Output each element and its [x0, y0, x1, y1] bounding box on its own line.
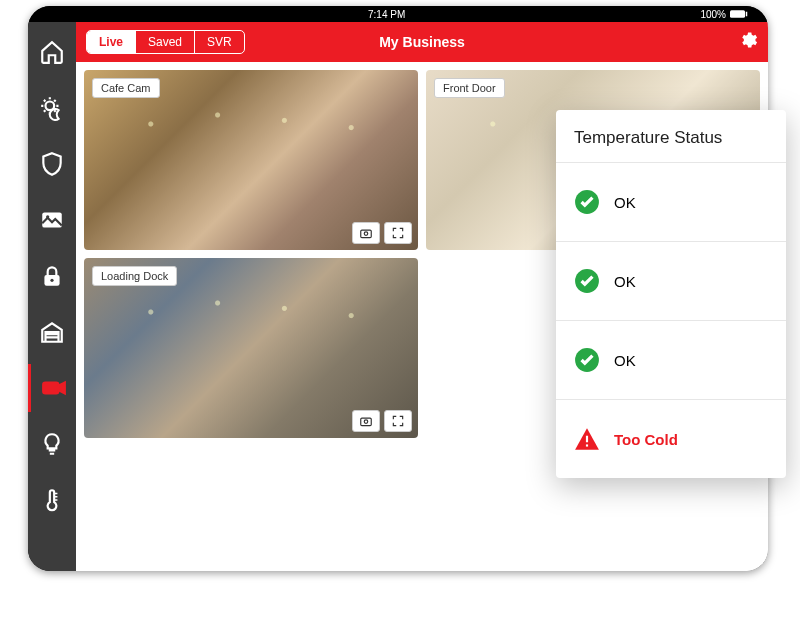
alert-triangle-icon	[574, 426, 600, 452]
sidebar-item-video[interactable]	[28, 364, 76, 412]
svg-point-4	[46, 215, 49, 218]
temperature-panel: Temperature Status OK OK OK Too Cold	[556, 110, 786, 478]
sidebar-item-home[interactable]	[28, 28, 76, 76]
tab-live[interactable]: Live	[87, 31, 136, 53]
svg-point-13	[364, 420, 368, 424]
svg-rect-8	[361, 230, 372, 238]
video-icon	[41, 375, 67, 401]
shield-icon	[39, 151, 65, 177]
camera-tile[interactable]: Cafe Cam	[84, 70, 418, 250]
image-icon	[39, 207, 65, 233]
sidebar-item-locks[interactable]	[28, 252, 76, 300]
status-bar: 7:14 PM 100%	[28, 6, 768, 22]
home-icon	[39, 39, 65, 65]
temp-row[interactable]: OK	[556, 321, 786, 400]
check-circle-icon	[574, 347, 600, 373]
sidebar-item-scenes[interactable]	[28, 84, 76, 132]
temp-status-label: Too Cold	[614, 431, 678, 448]
svg-rect-1	[746, 12, 748, 17]
sidebar-item-lights[interactable]	[28, 420, 76, 468]
temp-status-label: OK	[614, 194, 636, 211]
sidebar-item-security[interactable]	[28, 140, 76, 188]
snapshot-button[interactable]	[352, 222, 380, 244]
expand-icon	[391, 414, 405, 428]
camera-label: Cafe Cam	[92, 78, 160, 98]
tab-svr[interactable]: SVR	[195, 31, 244, 53]
gear-icon	[738, 30, 758, 50]
view-tabs: Live Saved SVR	[86, 30, 245, 54]
garage-icon	[39, 319, 65, 345]
sidebar-item-images[interactable]	[28, 196, 76, 244]
temp-status-label: OK	[614, 352, 636, 369]
svg-rect-12	[361, 418, 372, 426]
temp-row[interactable]: OK	[556, 163, 786, 242]
status-battery: 100%	[700, 9, 726, 20]
sidebar	[28, 22, 76, 571]
svg-rect-0	[730, 10, 745, 18]
battery-icon	[730, 9, 748, 19]
expand-icon	[391, 226, 405, 240]
sidebar-item-thermostat[interactable]	[28, 476, 76, 524]
camera-icon	[359, 414, 373, 428]
snapshot-button[interactable]	[352, 410, 380, 432]
svg-rect-17	[586, 436, 588, 443]
lightbulb-icon	[39, 431, 65, 457]
camera-label: Front Door	[434, 78, 505, 98]
lock-icon	[39, 263, 65, 289]
temp-row[interactable]: OK	[556, 242, 786, 321]
temp-row[interactable]: Too Cold	[556, 400, 786, 478]
check-circle-icon	[574, 268, 600, 294]
svg-point-6	[50, 279, 53, 282]
tab-saved[interactable]: Saved	[136, 31, 195, 53]
top-bar: Live Saved SVR My Business	[76, 22, 768, 62]
status-time: 7:14 PM	[368, 9, 405, 20]
thermometer-icon	[39, 487, 65, 513]
camera-label: Loading Dock	[92, 266, 177, 286]
fullscreen-button[interactable]	[384, 410, 412, 432]
camera-tile[interactable]: Loading Dock	[84, 258, 418, 438]
camera-icon	[359, 226, 373, 240]
svg-point-9	[364, 232, 368, 236]
sidebar-item-garage[interactable]	[28, 308, 76, 356]
temp-status-label: OK	[614, 273, 636, 290]
svg-rect-18	[586, 444, 588, 446]
panel-title: Temperature Status	[556, 110, 786, 163]
fullscreen-button[interactable]	[384, 222, 412, 244]
sun-moon-icon	[39, 95, 65, 121]
check-circle-icon	[574, 189, 600, 215]
settings-button[interactable]	[738, 30, 758, 54]
svg-rect-7	[43, 383, 58, 394]
